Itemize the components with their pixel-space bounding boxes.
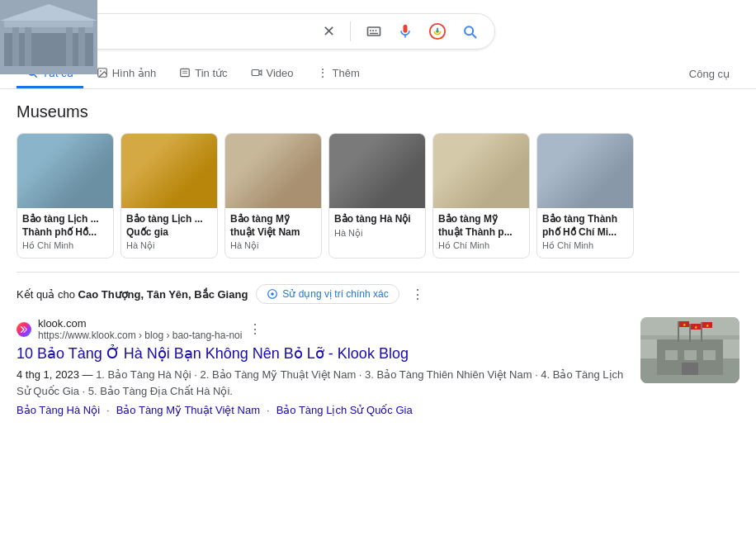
location-bar: Kết quả cho Cao Thượng, Tân Yên, Bắc Gia… <box>17 284 739 304</box>
museum-card-5-image <box>433 134 530 208</box>
museum-card-6-info: Bảo tàng Thành phố Hồ Chí Mi... Hồ Chí M… <box>537 208 633 258</box>
museum-card-2-info: Bảo tàng Lịch ... Quốc gia Hà Nội <box>121 208 217 258</box>
result-url: https://www.klook.com › blog › bao-tang-… <box>38 330 242 341</box>
museum-card-4-location: Hà Nội <box>334 228 420 239</box>
museum-card-3[interactable]: Bảo tàng Mỹ thuật Việt Nam Hà Nội <box>224 133 322 259</box>
svg-rect-74 <box>682 363 698 375</box>
result-source: klook.com https://www.klook.com › blog ›… <box>17 317 627 341</box>
result-links: Bảo Tàng Hà Nội · Bảo Tàng Mỹ Thuật Việt… <box>17 404 627 416</box>
svg-rect-73 <box>703 350 716 360</box>
result-separator-2: · <box>267 404 270 416</box>
tab-images-label: Hình ảnh <box>112 67 157 79</box>
tab-video[interactable]: Video <box>241 60 304 88</box>
museum-card-4[interactable]: Bảo tàng Hà Nội Hà Nội <box>328 133 426 259</box>
museum-card-5-info: Bảo tàng Mỹ thuật Thành p... Hồ Chí Minh <box>433 208 529 258</box>
svg-rect-72 <box>684 350 697 360</box>
svg-point-1 <box>436 30 439 33</box>
location-text: Kết quả cho Cao Thượng, Tân Yên, Bắc Gia… <box>17 288 248 301</box>
tab-news[interactable]: Tin tức <box>169 60 237 88</box>
tab-news-label: Tin tức <box>195 67 227 79</box>
svg-point-3 <box>100 70 102 72</box>
museum-card-6-name: Bảo tàng Thành phố Hồ Chí Mi... <box>542 213 628 239</box>
main-content: Museums Bảo tàng Lịch ... Thành p <box>0 89 756 438</box>
museum-card-2-location: Hà Nội <box>126 240 212 251</box>
svg-point-56 <box>272 292 275 296</box>
museum-card-6-location: Hồ Chí Minh <box>542 240 628 251</box>
tab-images[interactable]: Hình ảnh <box>87 60 167 88</box>
svg-rect-64 <box>701 322 702 342</box>
museum-card-3-name: Bảo tàng Mỹ thuật Việt Nam <box>230 213 316 239</box>
result-more-button[interactable]: ⋮ <box>248 321 262 337</box>
result-thumbnail[interactable]: ★ ★ ★ <box>640 317 739 383</box>
tools-label: Công cụ <box>689 68 730 80</box>
museum-card-5-location: Hồ Chí Minh <box>438 240 524 251</box>
svg-rect-71 <box>665 350 678 360</box>
thumbnail-image: ★ ★ ★ <box>640 317 739 383</box>
keyboard-icon[interactable] <box>362 20 385 43</box>
section-divider <box>17 272 739 273</box>
museum-card-6-image <box>537 134 634 208</box>
museum-card-5[interactable]: Bảo tàng Mỹ thuật Thành p... Hồ Chí Minh <box>432 133 530 259</box>
museums-section-title: Museums <box>17 102 739 121</box>
location-pin-icon <box>267 288 278 300</box>
result-separator-1: · <box>106 404 110 416</box>
museum-card-1-name: Bảo tàng Lịch ... Thành phố Hồ... <box>22 213 108 239</box>
result-main: klook.com https://www.klook.com › blog ›… <box>17 317 627 416</box>
museum-card-4-name: Bảo tàng Hà Nội <box>334 213 420 226</box>
svg-rect-62 <box>678 321 679 342</box>
museum-card-2-name: Bảo tàng Lịch ... Quốc gia <box>126 213 212 239</box>
result-link-3[interactable]: Bảo Tàng Lịch Sử Quốc Gia <box>276 404 413 416</box>
camera-icon[interactable] <box>425 19 450 44</box>
museum-card-1-location: Hồ Chí Minh <box>22 240 108 251</box>
tab-video-label: Video <box>267 67 294 79</box>
museum-card-3-location: Hà Nội <box>230 240 316 251</box>
museum-card-4-info: Bảo tàng Hà Nội Hà Nội <box>329 208 425 245</box>
svg-rect-4 <box>181 69 190 76</box>
result-title[interactable]: 10 Bảo Tàng Ở Hà Nội Bạn Không Nên Bỏ Lỡ… <box>17 344 627 363</box>
museum-card-3-image <box>225 134 322 208</box>
more-tab-icon: ⋮ <box>317 66 328 79</box>
museum-card-4-image <box>329 134 426 208</box>
images-tab-icon <box>97 67 108 78</box>
mic-icon[interactable] <box>394 20 417 43</box>
clear-search-button[interactable]: ✕ <box>319 19 338 44</box>
museum-card-3-info: Bảo tàng Mỹ thuật Việt Nam Hà Nội <box>225 208 321 258</box>
museum-card-2-image <box>121 134 218 208</box>
svg-rect-63 <box>689 324 691 342</box>
result-favicon <box>17 322 31 337</box>
museum-card-6[interactable]: Bảo tàng Thành phố Hồ Chí Mi... Hồ Chí M… <box>536 133 634 259</box>
museum-card-1-image <box>17 134 114 208</box>
video-tab-icon <box>251 67 262 78</box>
news-tab-icon <box>179 67 191 78</box>
result-description: 4 thg 1, 2023 — 1. Bảo Tàng Hà Nội · 2. … <box>17 367 627 399</box>
location-more-options[interactable]: ⋮ <box>411 287 424 302</box>
nav-tabs: Tất cả Hình ảnh Tin tức Video ⋮ Thêm Côn… <box>0 56 756 89</box>
tools-tab[interactable]: Công cụ <box>679 61 739 87</box>
museum-card-1-info: Bảo tàng Lịch ... Thành phố Hồ... Hồ Chí… <box>17 208 113 258</box>
use-precise-location-button[interactable]: Sử dụng vị trí chính xác <box>256 284 399 304</box>
result-link-1[interactable]: Bảo Tàng Hà Nội <box>17 404 100 416</box>
use-precise-location-label: Sử dụng vị trí chính xác <box>282 288 388 300</box>
museum-card-5-name: Bảo tàng Mỹ thuật Thành p... <box>438 213 524 239</box>
search-area: ✕ <box>0 0 756 56</box>
svg-rect-7 <box>252 70 259 76</box>
result-source-text: klook.com https://www.klook.com › blog ›… <box>38 317 242 341</box>
search-result-1: klook.com https://www.klook.com › blog ›… <box>17 317 739 416</box>
result-link-2[interactable]: Bảo Tàng Mỹ Thuật Việt Nam <box>116 404 260 416</box>
location-name: Cao Thượng, Tân Yên, Bắc Giang <box>78 288 248 301</box>
search-icons: ✕ <box>319 19 481 44</box>
museum-card-1[interactable]: Bảo tàng Lịch ... Thành phố Hồ... Hồ Chí… <box>17 133 114 259</box>
tab-more-label: Thêm <box>333 67 360 79</box>
result-domain: klook.com <box>38 317 242 330</box>
museum-cards: Bảo tàng Lịch ... Thành phố Hồ... Hồ Chí… <box>17 133 739 259</box>
museum-card-2[interactable]: Bảo tàng Lịch ... Quốc gia Hà Nội <box>120 133 218 259</box>
search-submit-button[interactable] <box>458 20 481 43</box>
tab-more[interactable]: ⋮ Thêm <box>307 59 370 88</box>
